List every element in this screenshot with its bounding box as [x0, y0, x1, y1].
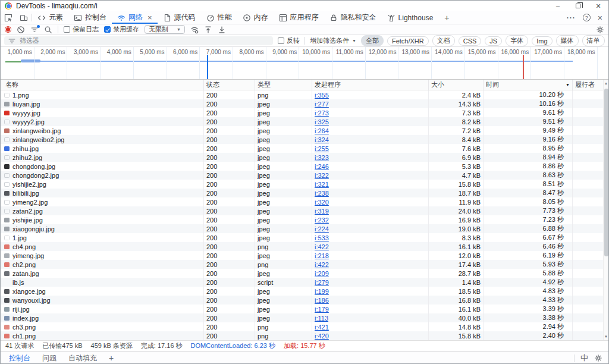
request-row[interactable]: xinlangweibo.jpg200jpegi:2647.2 kB9.49 秒 — [1, 126, 608, 135]
request-name-cell[interactable]: zhihu.jpg — [1, 144, 204, 153]
request-name-cell[interactable]: yishijie.jpg — [1, 215, 204, 224]
initiator-link[interactable]: i:323 — [315, 154, 329, 161]
request-name-cell[interactable]: ch1.png — [1, 331, 204, 340]
language-icon[interactable]: 中 — [580, 353, 588, 363]
request-row[interactable]: bilibili.jpg200jpegi:23818.7 kB8.47 秒 — [1, 189, 608, 197]
request-name-cell[interactable]: 1.jpg — [1, 233, 204, 242]
request-row[interactable]: yishijie.jpg200jpegi:23216.9 kB7.23 秒 — [1, 215, 608, 224]
inspect-element-icon[interactable] — [1, 11, 16, 24]
column-header-time[interactable]: 时间▼ — [484, 80, 573, 90]
request-name-cell[interactable]: yimeng.jpg — [1, 251, 204, 260]
filter-toggle-icon[interactable] — [30, 26, 39, 34]
initiator-link[interactable]: i:422 — [315, 261, 329, 268]
request-row[interactable]: zatan.jpg200jpegi:20928.7 kB5.88 秒 — [1, 269, 608, 278]
throttling-select[interactable]: 无限制 ▼ — [145, 25, 185, 34]
tab-console[interactable]: 控制台 — [68, 11, 112, 24]
filter-chip[interactable]: 媒体 — [556, 35, 579, 46]
drawer-tab-控制台[interactable]: 控制台 — [3, 352, 36, 364]
preserve-log-checkbox-row[interactable]: 保留日志 — [64, 25, 99, 34]
initiator-link[interactable]: i:186 — [315, 297, 329, 304]
initiator-link[interactable]: i:320 — [315, 199, 329, 206]
filter-chip[interactable]: 文档 — [432, 35, 455, 46]
tab-performance[interactable]: 性能 — [201, 11, 237, 24]
request-name-cell[interactable]: bilibili.jpg — [1, 189, 204, 197]
initiator-link[interactable]: i:179 — [315, 306, 329, 313]
column-header-status[interactable]: 状态 — [204, 80, 255, 90]
minimize-button[interactable]: – — [548, 1, 568, 11]
request-row[interactable]: 1.jpg200jpegi:5338.3 kB6.67 秒 — [1, 233, 608, 242]
initiator-link[interactable]: i:238 — [315, 190, 329, 197]
request-name-cell[interactable]: zatan.jpg — [1, 269, 204, 278]
export-har-icon[interactable] — [218, 26, 226, 34]
request-row[interactable]: ch1.png200pngi:42015.8 kB2.40 秒 — [1, 331, 608, 340]
more-options-icon[interactable]: ··· — [567, 14, 576, 22]
scroll-down-icon[interactable]: ▼ — [604, 335, 608, 338]
filter-input[interactable]: 筛选器 — [4, 36, 273, 45]
request-name-cell[interactable]: 1.png — [1, 90, 204, 99]
column-header-name[interactable]: 名称 — [1, 80, 204, 90]
request-row[interactable]: yimeng2.jpg200jpegi:32011.9 kB8.05 秒 — [1, 197, 608, 206]
column-header-initiator[interactable]: 发起程序 — [312, 80, 429, 90]
initiator-link[interactable]: i:232 — [315, 216, 329, 224]
request-name-cell[interactable]: yishijie2.jpg — [1, 180, 204, 189]
initiator-link[interactable]: i:255 — [315, 145, 329, 152]
tab-network[interactable]: 网络× — [112, 11, 158, 24]
disable-cache-checkbox-row[interactable]: 禁用缓存 — [104, 25, 139, 34]
initiator-link[interactable]: i:279 — [315, 279, 329, 286]
column-header-size[interactable]: 大小 — [429, 80, 484, 90]
request-row[interactable]: yishijie2.jpg200jpegi:32115.8 kB8.51 秒 — [1, 180, 608, 189]
close-tab-icon[interactable]: × — [147, 13, 152, 22]
scroll-up-icon[interactable]: ▲ — [604, 81, 608, 85]
request-row[interactable]: ib.js200scripti:2791.4 kB4.92 秒 — [1, 278, 608, 287]
network-conditions-icon[interactable] — [190, 26, 199, 34]
column-header-waterfall[interactable]: 履行者 — [573, 80, 604, 90]
request-row[interactable]: zhihu2.jpg200jpegi:3236.9 kB8.94 秒 — [1, 153, 608, 162]
filter-chip[interactable]: JS — [485, 36, 502, 46]
request-row[interactable]: 1.png200pngi:3552.4 kB10.20 秒 — [1, 90, 608, 99]
request-name-cell[interactable]: xiangce.jpg — [1, 287, 204, 296]
request-name-cell[interactable]: ib.js — [1, 278, 204, 287]
close-devtools-icon[interactable]: × — [598, 13, 602, 23]
request-row[interactable]: chongdong.jpg200jpegi:2465.3 kB8.86 秒 — [1, 162, 608, 171]
initiator-link[interactable]: i:325 — [315, 118, 329, 125]
request-name-cell[interactable]: xinlangweibo2.jpg — [1, 135, 204, 144]
tab-application[interactable]: 应用程序 — [274, 11, 324, 24]
initiator-link[interactable]: i:319 — [315, 208, 329, 215]
initiator-link[interactable]: i:322 — [315, 172, 329, 179]
settings-gear-icon[interactable] — [594, 354, 602, 362]
request-name-cell[interactable]: ch4.png — [1, 242, 204, 251]
more-tabs-button[interactable]: + — [438, 11, 455, 24]
request-name-cell[interactable]: zhihu2.jpg — [1, 153, 204, 162]
request-row[interactable]: yimeng.jpg200jpegi:21812.0 kB6.19 秒 — [1, 251, 608, 260]
filter-chip[interactable]: 全部 — [361, 35, 384, 46]
request-name-cell[interactable]: wyyyy.jpg — [1, 108, 204, 117]
initiator-link[interactable]: i:273 — [315, 109, 329, 117]
import-har-icon[interactable] — [204, 26, 212, 34]
close-window-button[interactable]: × — [588, 1, 608, 11]
scrollbar-thumb[interactable] — [604, 89, 608, 256]
request-row[interactable]: xinlangweibo2.jpg200jpegi:3248.4 kB9.16 … — [1, 135, 608, 144]
request-name-cell[interactable]: zatan2.jpg — [1, 206, 204, 215]
maximize-button[interactable] — [568, 1, 588, 11]
request-name-cell[interactable]: ch3.png — [1, 322, 204, 331]
initiator-link[interactable]: i:422 — [315, 243, 329, 250]
request-row[interactable]: ch4.png200pngi:42216.1 kB6.46 秒 — [1, 242, 608, 251]
request-row[interactable]: liuyan.jpg200jpegi:27714.3 kB10.16 秒 — [1, 99, 608, 108]
invert-filter-checkbox[interactable] — [278, 37, 284, 44]
initiator-link[interactable]: i:533 — [315, 234, 329, 241]
request-name-cell[interactable]: wyyyy2.jpg — [1, 117, 204, 126]
initiator-link[interactable]: i:199 — [315, 288, 329, 295]
request-row[interactable]: chongdong2.jpg200jpegi:3224.7 kB8.63 秒 — [1, 171, 608, 180]
initiator-link[interactable]: i:324 — [315, 136, 329, 143]
request-name-cell[interactable]: chongdong2.jpg — [1, 171, 204, 180]
network-settings-gear-icon[interactable] — [596, 26, 604, 34]
network-overview-timeline[interactable]: 1,000 ms2,000 ms3,000 ms4,000 ms5,000 ms… — [1, 47, 608, 80]
device-toolbar-icon[interactable] — [16, 11, 32, 24]
more-filters-dropdown[interactable]: 增加筛选条件 ▼ — [310, 36, 356, 45]
request-row[interactable]: ch2.png200pngi:42217.4 kB5.93 秒 — [1, 260, 608, 269]
request-row[interactable]: wyyyy.jpg200jpegi:2737.3 kB9.61 秒 — [1, 108, 608, 117]
request-name-cell[interactable]: chongdong.jpg — [1, 162, 204, 171]
help-icon[interactable]: ? — [583, 14, 591, 21]
initiator-link[interactable]: i:420 — [315, 332, 329, 340]
initiator-link[interactable]: i:246 — [315, 163, 329, 170]
